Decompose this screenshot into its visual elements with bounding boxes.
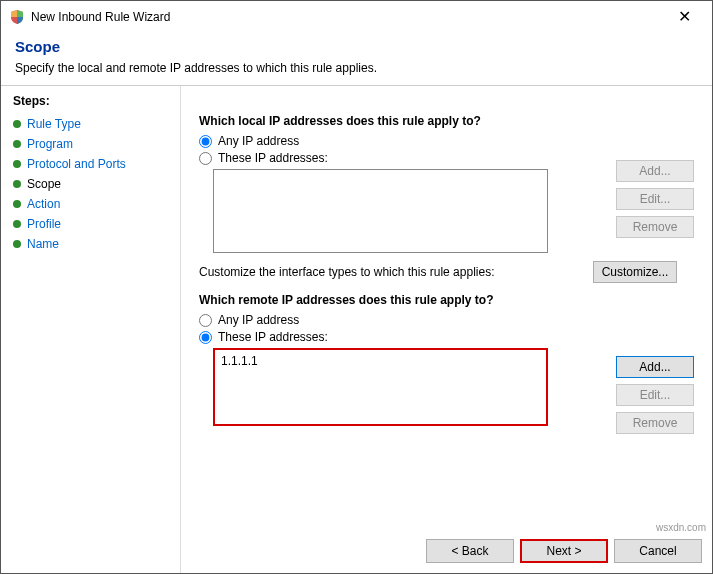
remote-any-label: Any IP address (218, 313, 299, 327)
bullet-icon (13, 240, 21, 248)
remote-ip-buttons: Add... Edit... Remove (616, 356, 694, 434)
local-ip-listbox[interactable] (213, 169, 548, 253)
local-question: Which local IP addresses does this rule … (199, 114, 694, 128)
customize-label: Customize the interface types to which t… (199, 265, 494, 279)
remote-any-radio-row[interactable]: Any IP address (199, 313, 694, 327)
step-name[interactable]: Name (13, 234, 168, 254)
step-scope[interactable]: Scope (13, 174, 168, 194)
local-ip-buttons: Add... Edit... Remove (616, 160, 694, 238)
close-icon[interactable]: ✕ (664, 7, 704, 26)
local-any-radio[interactable] (199, 135, 212, 148)
bullet-icon (13, 220, 21, 228)
steps-panel: Steps: Rule Type Program Protocol and Po… (1, 86, 181, 573)
remote-these-radio-row[interactable]: These IP addresses: (199, 330, 694, 344)
bullet-icon (13, 200, 21, 208)
step-action[interactable]: Action (13, 194, 168, 214)
remote-add-button[interactable]: Add... (616, 356, 694, 378)
bullet-icon (13, 120, 21, 128)
remote-ip-entry[interactable]: 1.1.1.1 (221, 354, 540, 368)
step-profile[interactable]: Profile (13, 214, 168, 234)
remote-edit-button: Edit... (616, 384, 694, 406)
step-program[interactable]: Program (13, 134, 168, 154)
wizard-footer: < Back Next > Cancel (426, 539, 702, 563)
local-remove-button: Remove (616, 216, 694, 238)
customize-row: Customize the interface types to which t… (199, 261, 677, 283)
local-these-label: These IP addresses: (218, 151, 328, 165)
bullet-icon (13, 140, 21, 148)
step-rule-type[interactable]: Rule Type (13, 114, 168, 134)
remote-question: Which remote IP addresses does this rule… (199, 293, 694, 307)
main-panel: Which local IP addresses does this rule … (181, 86, 712, 573)
titlebar: New Inbound Rule Wizard ✕ (1, 1, 712, 32)
bullet-icon (13, 160, 21, 168)
local-these-radio[interactable] (199, 152, 212, 165)
back-button[interactable]: < Back (426, 539, 514, 563)
firewall-shield-icon (9, 9, 25, 25)
local-add-button: Add... (616, 160, 694, 182)
remote-these-label: These IP addresses: (218, 330, 328, 344)
cancel-button[interactable]: Cancel (614, 539, 702, 563)
wizard-header: Scope Specify the local and remote IP ad… (1, 32, 712, 85)
local-any-label: Any IP address (218, 134, 299, 148)
watermark: wsxdn.com (656, 522, 706, 533)
bullet-icon (13, 180, 21, 188)
wizard-window: New Inbound Rule Wizard ✕ Scope Specify … (0, 0, 713, 574)
step-protocol-ports[interactable]: Protocol and Ports (13, 154, 168, 174)
remote-remove-button: Remove (616, 412, 694, 434)
customize-button[interactable]: Customize... (593, 261, 677, 283)
window-title: New Inbound Rule Wizard (31, 10, 664, 24)
wizard-body: Steps: Rule Type Program Protocol and Po… (1, 86, 712, 573)
page-subtitle: Specify the local and remote IP addresse… (15, 61, 698, 75)
remote-any-radio[interactable] (199, 314, 212, 327)
page-title: Scope (15, 38, 698, 55)
remote-ip-listbox[interactable]: 1.1.1.1 (213, 348, 548, 426)
remote-these-radio[interactable] (199, 331, 212, 344)
steps-label: Steps: (13, 94, 168, 108)
next-button[interactable]: Next > (520, 539, 608, 563)
local-any-radio-row[interactable]: Any IP address (199, 134, 694, 148)
local-edit-button: Edit... (616, 188, 694, 210)
